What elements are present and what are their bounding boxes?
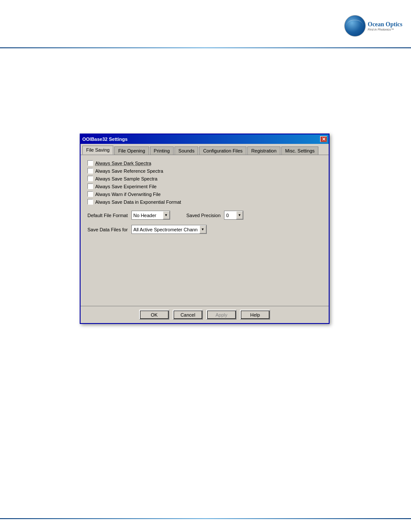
default-file-format-wrapper: No Header With Header XY Format ▼ (131, 211, 170, 220)
default-file-format-label: Default File Format (87, 213, 128, 218)
checkbox-row-experiment: Always Save Experiment File (87, 184, 322, 189)
help-button[interactable]: Help (240, 310, 270, 320)
title-bar-buttons: ✕ (320, 136, 327, 142)
checkbox-sample[interactable] (87, 176, 93, 181)
title-bar[interactable]: OOIBase32 Settings ✕ (81, 134, 329, 144)
checkbox-reference[interactable] (87, 168, 93, 174)
save-data-files-label: Save Data Files for (87, 227, 128, 232)
tab-sounds[interactable]: Sounds (174, 146, 198, 155)
checkbox-row-exponential: Always Save Data in Exponential Format (87, 199, 322, 205)
checkbox-row-reference: Always Save Reference Spectra (87, 168, 322, 174)
checkbox-row-dark: Always Save Dark Spectra (87, 160, 322, 166)
bottom-rule (0, 518, 411, 519)
top-rule (0, 47, 411, 48)
checkbox-exponential[interactable] (87, 199, 93, 205)
spectrometer-channels-select[interactable]: All Active Spectrometer Channels Channel… (131, 225, 207, 234)
spectrometer-channels-wrapper: All Active Spectrometer Channels Channel… (131, 225, 207, 234)
tab-file-opening[interactable]: File Opening (114, 146, 149, 155)
dialog-title: OOIBase32 Settings (82, 137, 128, 142)
cancel-button[interactable]: Cancel (173, 310, 203, 320)
checkbox-row-sample: Always Save Sample Spectra (87, 176, 322, 181)
tab-file-saving[interactable]: File Saving (82, 146, 113, 155)
dialog-content: Always Save Dark Spectra Always Save Ref… (81, 155, 329, 306)
default-file-format-select[interactable]: No Header With Header XY Format (131, 211, 170, 220)
logo-globe-icon (344, 15, 366, 37)
top-bar: Ocean Optics First in Photonics™ (0, 0, 411, 52)
saved-precision-label: Saved Precision (187, 213, 221, 218)
checkbox-overwrite-label: Always Warn if Overwriting File (95, 192, 161, 197)
checkbox-experiment-label: Always Save Experiment File (95, 184, 156, 189)
checkbox-dark[interactable] (87, 160, 93, 166)
checkbox-overwrite[interactable] (87, 191, 93, 197)
logo-container: Ocean Optics First in Photonics™ (344, 15, 403, 37)
tab-printing[interactable]: Printing (150, 146, 174, 155)
tab-config-files[interactable]: Configuration Files (199, 146, 246, 155)
checkbox-exponential-label: Always Save Data in Exponential Format (95, 199, 181, 205)
file-format-row: Default File Format No Header With Heade… (87, 211, 322, 220)
checkbox-row-overwrite: Always Warn if Overwriting File (87, 191, 322, 197)
logo-tagline: First in Photonics™ (368, 28, 403, 31)
tab-bar: File Saving File Opening Printing Sounds… (81, 144, 329, 155)
checkbox-dark-label: Always Save Dark Spectra (95, 161, 151, 166)
ok-button[interactable]: OK (139, 310, 169, 320)
settings-dialog: OOIBase32 Settings ✕ File Saving File Op… (80, 134, 330, 324)
tab-registration[interactable]: Registration (247, 146, 280, 155)
saved-precision-wrapper: 0 1 2 3 4 5 6 ▼ (224, 211, 243, 220)
logo-company-name: Ocean Optics (368, 21, 403, 28)
save-data-files-row: Save Data Files for All Active Spectrome… (87, 225, 322, 234)
saved-precision-select[interactable]: 0 1 2 3 4 5 6 (224, 211, 243, 220)
close-button[interactable]: ✕ (320, 136, 327, 142)
checkbox-reference-label: Always Save Reference Spectra (95, 168, 163, 174)
checkbox-experiment[interactable] (87, 184, 93, 189)
dialog-buttons: OK Cancel Apply Help (81, 306, 329, 323)
checkbox-sample-label: Always Save Sample Spectra (95, 176, 157, 181)
apply-button[interactable]: Apply (206, 310, 237, 320)
tab-misc-settings[interactable]: Misc. Settings (281, 146, 318, 155)
